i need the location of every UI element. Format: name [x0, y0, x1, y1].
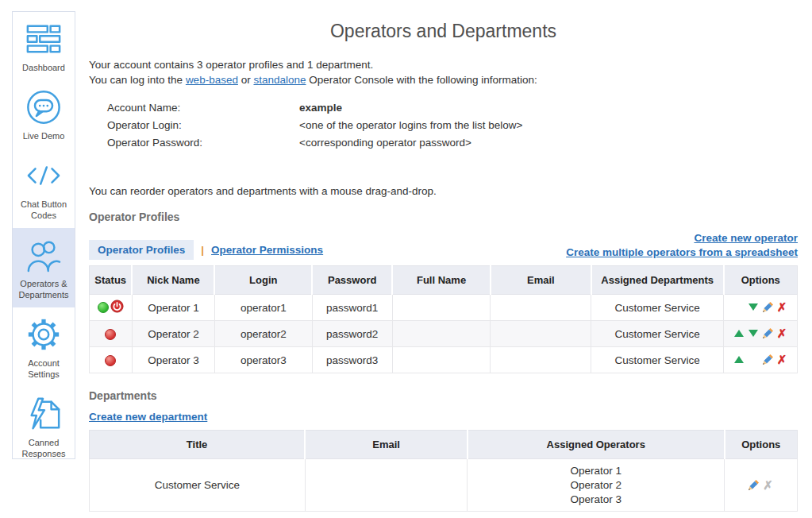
operator-password-value: <corresponding operator password>: [299, 134, 471, 152]
operators-toolbar: Operator Profiles | Operator Permissions…: [89, 231, 798, 260]
operator-login-value: <one of the operator logins from the lis…: [299, 117, 522, 134]
account-summary: Your account contains 3 operator profile…: [89, 58, 798, 73]
full-name-cell: [392, 295, 491, 321]
col-password: Password: [312, 266, 392, 295]
offline-status-icon: [105, 355, 116, 366]
edit-pencil-icon[interactable]: [760, 354, 775, 366]
operators-icon: [25, 236, 63, 274]
sidebar: Dashboard Live Demo Chat Button Codes: [12, 11, 75, 459]
password-cell: password1: [312, 295, 392, 321]
create-new-department-link[interactable]: Create new department: [89, 411, 207, 423]
email-cell: [491, 321, 591, 347]
sidebar-item-chat-button-codes[interactable]: Chat Button Codes: [13, 149, 75, 228]
sidebar-item-account-settings[interactable]: Account Settings: [13, 307, 75, 387]
sidebar-item-dashboard[interactable]: Dashboard: [13, 12, 75, 80]
assigned-departments-cell: Customer Service: [591, 347, 724, 373]
sidebar-item-label: Account Settings: [15, 358, 72, 380]
sidebar-item-label: Chat Button Codes: [15, 199, 72, 221]
main-content: Operators and Departments Your account c…: [89, 0, 798, 512]
reorder-note: You can reorder operators and department…: [89, 185, 798, 197]
account-name-value: example: [299, 99, 342, 117]
departments-table-header: Title Email Assigned Operators Options: [90, 431, 798, 459]
tab-operator-permissions[interactable]: Operator Permissions: [211, 244, 323, 256]
empty-slot: [746, 354, 760, 366]
operator-profiles-heading: Operator Profiles: [89, 211, 798, 223]
table-row: Operator 1 operator1 password1 Customer …: [90, 295, 798, 321]
dashboard-icon: [25, 20, 63, 58]
nick-name-cell: Operator 2: [132, 321, 214, 347]
credentials-block: Account Name: example Operator Login: <o…: [89, 99, 798, 152]
gear-icon: [25, 315, 63, 354]
col-assigned-departments: Assigned Departments: [591, 266, 724, 295]
nick-name-cell: Operator 1: [132, 295, 214, 321]
operator-login-row: Operator Login: <one of the operator log…: [89, 117, 798, 134]
departments-table: Title Email Assigned Operators Options C…: [89, 430, 798, 512]
account-name-row: Account Name: example: [89, 99, 798, 117]
move-down-icon[interactable]: [746, 327, 760, 340]
email-cell: [491, 295, 591, 321]
col-status: Status: [90, 266, 133, 295]
tab-operator-profiles[interactable]: Operator Profiles: [89, 240, 194, 260]
web-based-link[interactable]: web-based: [186, 74, 238, 86]
move-up-icon[interactable]: [732, 354, 746, 366]
sidebar-item-label: Operators & Departments: [15, 278, 72, 300]
assigned-departments-cell: Customer Service: [591, 321, 724, 347]
page-title: Operators and Departments: [89, 21, 798, 42]
account-name-label: Account Name:: [89, 99, 299, 117]
create-multiple-operators-link[interactable]: Create multiple operators from a spreads…: [566, 246, 798, 258]
col-assigned-operators: Assigned Operators: [468, 431, 725, 459]
options-cell: ✗: [724, 347, 798, 373]
password-cell: password2: [312, 321, 392, 347]
email-cell: [305, 459, 468, 512]
move-up-icon[interactable]: [732, 327, 746, 340]
standalone-link[interactable]: standalone: [253, 74, 306, 86]
col-nick-name: Nick Name: [132, 266, 214, 295]
operators-table-header: Status Nick Name Login Password Full Nam…: [90, 266, 798, 295]
create-operator-links: Create new operator Create multiple oper…: [566, 231, 798, 260]
options-cell: ✗: [725, 459, 798, 512]
edit-pencil-icon[interactable]: [760, 301, 775, 314]
delete-x-disabled-icon: ✗: [761, 479, 775, 492]
col-options: Options: [725, 431, 798, 459]
col-login: Login: [214, 266, 312, 295]
intro-text: Your account contains 3 operator profile…: [89, 58, 798, 87]
email-cell: [491, 347, 591, 373]
edit-pencil-icon[interactable]: [760, 327, 775, 340]
status-cell: [90, 295, 133, 321]
operator-login-label: Operator Login:: [89, 117, 299, 134]
sidebar-item-label: Canned Responses: [15, 437, 72, 459]
online-status-icon: [98, 302, 109, 313]
sidebar-item-operators-departments[interactable]: Operators & Departments: [13, 228, 75, 307]
full-name-cell: [392, 347, 491, 373]
empty-slot: [732, 301, 746, 314]
offline-status-icon: [105, 329, 116, 340]
col-email: Email: [491, 266, 591, 295]
sidebar-item-label: Live Demo: [23, 130, 65, 141]
delete-x-icon[interactable]: ✗: [775, 354, 789, 366]
code-icon: [25, 157, 63, 195]
status-cell: [90, 347, 133, 373]
nick-name-cell: Operator 3: [132, 347, 214, 373]
live-demo-icon: [25, 88, 63, 126]
logoff-power-icon[interactable]: [110, 300, 124, 315]
col-full-name: Full Name: [392, 266, 491, 295]
departments-heading: Departments: [89, 389, 798, 402]
table-row: Operator 3 operator3 password3 Customer …: [90, 347, 798, 373]
login-cell: operator2: [214, 321, 312, 347]
assigned-operators-cell: Operator 1 Operator 2 Operator 3: [468, 459, 725, 512]
delete-x-icon[interactable]: ✗: [775, 301, 789, 314]
create-new-operator-link[interactable]: Create new operator: [694, 232, 798, 244]
table-row: Operator 2 operator2 password2 Customer …: [90, 321, 798, 347]
move-down-icon[interactable]: [746, 301, 760, 314]
delete-x-icon[interactable]: ✗: [775, 327, 789, 340]
options-cell: ✗: [724, 295, 798, 321]
sidebar-item-live-demo[interactable]: Live Demo: [13, 80, 75, 149]
sidebar-item-canned-responses[interactable]: Canned Responses: [13, 387, 75, 466]
canned-responses-icon: [25, 395, 63, 433]
operator-password-row: Operator Password: <corresponding operat…: [89, 134, 798, 152]
table-row: Customer Service Operator 1 Operator 2 O…: [90, 459, 798, 512]
sidebar-item-label: Dashboard: [22, 62, 65, 73]
full-name-cell: [392, 321, 491, 347]
status-cell: [90, 321, 133, 347]
edit-pencil-icon[interactable]: [747, 479, 761, 492]
